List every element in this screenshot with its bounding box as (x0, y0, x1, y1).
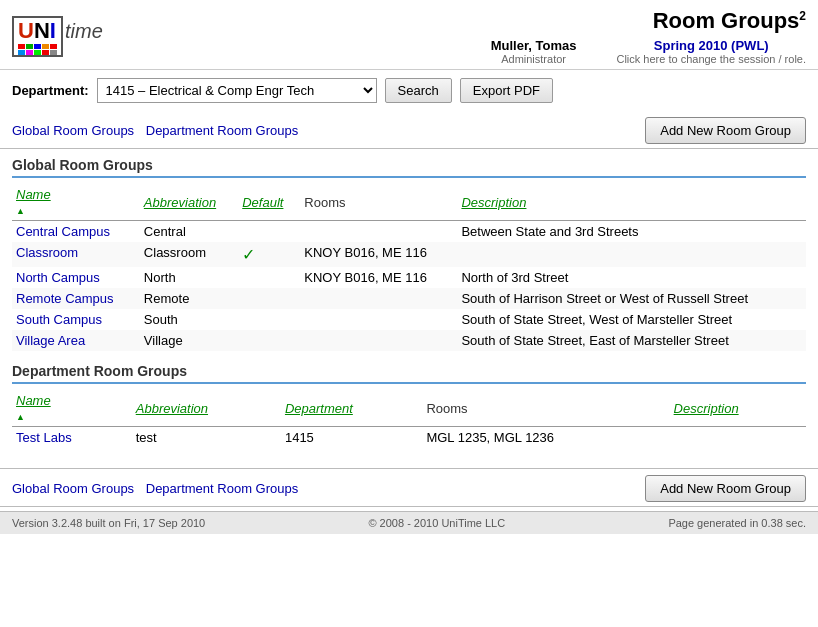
dept-table: Name▲ Abbreviation Department Rooms Desc… (12, 390, 806, 448)
dept-col-dept: Department (281, 390, 422, 427)
bottom-nav-link-dept[interactable]: Department Room Groups (146, 481, 298, 496)
dept-header-row: Name▲ Abbreviation Department Rooms Desc… (12, 390, 806, 427)
global-col-abbr: Abbreviation (140, 184, 238, 221)
table-row: South Campus South South of State Street… (12, 309, 806, 330)
nav-link-global[interactable]: Global Room Groups (12, 123, 134, 138)
user-name: Muller, Tomas (491, 38, 577, 53)
global-sort-name[interactable]: Name (16, 187, 51, 202)
user-info: Muller, Tomas Administrator Spring 2010 … (491, 38, 806, 65)
global-cell-default (238, 288, 300, 309)
global-cell-desc: South of State Street, West of Marstelle… (457, 309, 806, 330)
nav-left: Global Room Groups Department Room Group… (12, 123, 298, 138)
export-pdf-button[interactable]: Export PDF (460, 78, 553, 103)
dept-col-abbr: Abbreviation (132, 390, 281, 427)
header: UNI time Room Groups2 (0, 0, 818, 70)
global-col-rooms: Rooms (300, 184, 457, 221)
table-row: Test Labs test 1415 MGL 1235, MGL 1236 (12, 427, 806, 449)
dept-cell-desc (670, 427, 806, 449)
global-cell-abbr: Village (140, 330, 238, 351)
global-cell-name: Village Area (12, 330, 140, 351)
footer-copyright: © 2008 - 2010 UniTime LLC (368, 517, 505, 529)
dept-sort-name[interactable]: Name (16, 393, 51, 408)
global-col-desc: Description (457, 184, 806, 221)
bottom-nav: Global Room Groups Department Room Group… (0, 468, 818, 507)
global-cell-desc: South of Harrison Street or West of Russ… (457, 288, 806, 309)
global-table: Name▲ Abbreviation Default Rooms Descrip… (12, 184, 806, 351)
dept-section: Department Room Groups Name▲ Abbreviatio… (12, 363, 806, 448)
footer-generated: Page generated in 0.38 sec. (668, 517, 806, 529)
page-title-sup: 2 (799, 9, 806, 23)
header-right: Room Groups2 Muller, Tomas Administrator… (491, 8, 806, 65)
global-section-title: Global Room Groups (12, 157, 806, 178)
session-label[interactable]: Spring 2010 (PWL) (616, 38, 806, 53)
add-new-room-group-button-top[interactable]: Add New Room Group (645, 117, 806, 144)
global-name-link[interactable]: Remote Campus (16, 291, 114, 306)
global-cell-rooms (300, 221, 457, 243)
user-block: Muller, Tomas Administrator (491, 38, 577, 65)
global-cell-abbr: Classroom (140, 242, 238, 267)
global-cell-default (238, 221, 300, 243)
dept-cell-name: Test Labs (12, 427, 132, 449)
global-cell-abbr: North (140, 267, 238, 288)
global-name-link[interactable]: Village Area (16, 333, 85, 348)
bottom-nav-sep (138, 481, 142, 496)
page-title-text: Room Groups (653, 8, 800, 33)
global-cell-abbr: Remote (140, 288, 238, 309)
dept-sort-desc[interactable]: Description (674, 401, 739, 416)
global-cell-abbr: South (140, 309, 238, 330)
global-cell-desc: North of 3rd Street (457, 267, 806, 288)
page-footer: Version 3.2.48 built on Fri, 17 Sep 2010… (0, 511, 818, 534)
nav-link-dept[interactable]: Department Room Groups (146, 123, 298, 138)
global-sort-name-arrow: ▲ (16, 206, 25, 216)
global-cell-default (238, 267, 300, 288)
nav-sep (138, 123, 142, 138)
table-row: Remote Campus Remote South of Harrison S… (12, 288, 806, 309)
logo-n: N (34, 18, 50, 43)
global-name-link[interactable]: Classroom (16, 245, 78, 260)
global-name-link[interactable]: South Campus (16, 312, 102, 327)
table-row: North Campus North KNOY B016, ME 116 Nor… (12, 267, 806, 288)
global-sort-desc[interactable]: Description (461, 195, 526, 210)
logo-time-text: time (65, 20, 103, 43)
global-cell-name: Classroom (12, 242, 140, 267)
dept-label: Department: (12, 83, 89, 98)
dept-sort-name-arrow: ▲ (16, 412, 25, 422)
search-button[interactable]: Search (385, 78, 452, 103)
global-name-link[interactable]: North Campus (16, 270, 100, 285)
global-name-link[interactable]: Central Campus (16, 224, 110, 239)
table-row: Classroom Classroom ✓ KNOY B016, ME 116 (12, 242, 806, 267)
global-cell-rooms: KNOY B016, ME 116 (300, 242, 457, 267)
global-sort-default[interactable]: Default (242, 195, 283, 210)
global-cell-rooms (300, 330, 457, 351)
global-section: Global Room Groups Name▲ Abbreviation De… (12, 157, 806, 351)
logo-u: U (18, 18, 34, 43)
dept-name-link[interactable]: Test Labs (16, 430, 72, 445)
global-table-head: Name▲ Abbreviation Default Rooms Descrip… (12, 184, 806, 221)
global-cell-desc: Between State and 3rd Streets (457, 221, 806, 243)
dept-select[interactable]: 1415 – Electrical & Comp Engr Tech (97, 78, 377, 103)
controls-bar: Department: 1415 – Electrical & Comp Eng… (0, 70, 818, 111)
dept-cell-rooms: MGL 1235, MGL 1236 (422, 427, 669, 449)
user-role: Administrator (491, 53, 577, 65)
global-col-default: Default (238, 184, 300, 221)
add-new-room-group-button-bottom[interactable]: Add New Room Group (645, 475, 806, 502)
dept-sort-abbr[interactable]: Abbreviation (136, 401, 208, 416)
top-nav: Global Room Groups Department Room Group… (0, 111, 818, 149)
dept-cell-dept: 1415 (281, 427, 422, 449)
logo-area: UNI time (12, 16, 103, 57)
global-cell-rooms (300, 288, 457, 309)
global-cell-default: ✓ (238, 242, 300, 267)
global-cell-desc: South of State Street, East of Marstelle… (457, 330, 806, 351)
global-header-row: Name▲ Abbreviation Default Rooms Descrip… (12, 184, 806, 221)
global-cell-default (238, 330, 300, 351)
bottom-nav-link-global[interactable]: Global Room Groups (12, 481, 134, 496)
global-col-name: Name▲ (12, 184, 140, 221)
global-cell-rooms (300, 309, 457, 330)
session-sub: Click here to change the session / role. (616, 53, 806, 65)
global-sort-abbr[interactable]: Abbreviation (144, 195, 216, 210)
session-block[interactable]: Spring 2010 (PWL) Click here to change t… (616, 38, 806, 65)
dept-sort-dept[interactable]: Department (285, 401, 353, 416)
global-cell-name: South Campus (12, 309, 140, 330)
global-table-body: Central Campus Central Between State and… (12, 221, 806, 352)
dept-table-head: Name▲ Abbreviation Department Rooms Desc… (12, 390, 806, 427)
